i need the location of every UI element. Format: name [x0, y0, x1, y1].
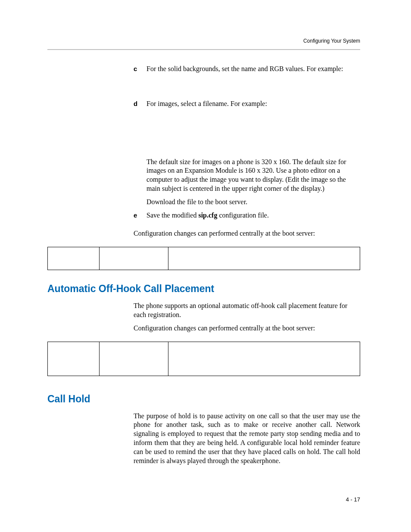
step-e: e Save the modified sip.cfg configuratio… [134, 211, 360, 220]
callhold-body: The purpose of hold is to pause activity… [134, 412, 360, 466]
header-rule [47, 49, 360, 50]
step-marker: e [134, 211, 139, 220]
step-text: For the solid backgrounds, set the name … [146, 65, 343, 74]
offhook-para2: Configuration changes can performed cent… [134, 324, 360, 333]
offhook-body: The phone supports an optional automatic… [134, 302, 360, 333]
steps-block: c For the solid backgrounds, set the nam… [134, 65, 360, 220]
table-cell [48, 342, 100, 376]
step-e-before: Save the modified [146, 212, 198, 219]
content-area: c For the solid backgrounds, set the nam… [47, 65, 360, 465]
page-number: 4 - 17 [346, 496, 360, 503]
config-table-2 [47, 342, 360, 376]
running-header: Configuring Your System [303, 38, 360, 44]
step-marker: c [134, 65, 139, 74]
step-marker: d [134, 100, 139, 109]
offhook-para1: The phone supports an optional automatic… [134, 302, 360, 320]
step-c: c For the solid backgrounds, set the nam… [134, 65, 360, 74]
step-d: d For images, select a filename. For exa… [134, 100, 360, 109]
heading-callhold: Call Hold [47, 393, 360, 405]
step-text: Save the modified sip.cfg configuration … [146, 211, 269, 220]
step-e-bold: sip.cfg [198, 212, 217, 219]
callhold-para1: The purpose of hold is to pause activity… [134, 412, 360, 466]
table-cell [100, 342, 168, 376]
heading-offhook: Automatic Off-Hook Call Placement [47, 283, 360, 295]
page: Configuring Your System c For the solid … [0, 0, 411, 532]
example-gap [134, 109, 360, 153]
config-table-1 [47, 247, 360, 270]
config-para: Configuration changes can performed cent… [134, 229, 360, 238]
step-e-after: configuration file. [217, 212, 269, 219]
table-cell [168, 342, 360, 376]
table-cell [100, 247, 168, 270]
step-d-para2: Download the file to the boot server. [146, 198, 360, 207]
post-steps-para: Configuration changes can performed cent… [134, 229, 360, 238]
table-cell [168, 247, 360, 270]
table-cell [48, 247, 100, 270]
step-d-para1: The default size for images on a phone i… [146, 158, 360, 193]
step-text: For images, select a filename. For examp… [146, 100, 267, 109]
